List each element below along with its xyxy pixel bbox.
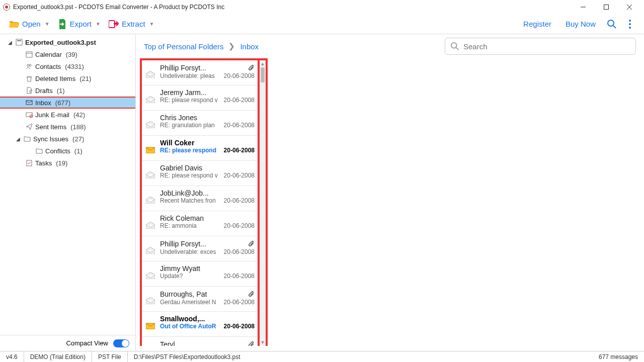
tree-item-inbox[interactable]: Inbox (677)	[0, 97, 135, 109]
collapse-icon[interactable]: ◢	[15, 136, 21, 142]
tree-root[interactable]: ◢ Exported_outlook3.pst	[0, 36, 135, 48]
search-icon	[607, 19, 617, 29]
more-menu-button[interactable]	[621, 15, 639, 33]
email-sender: JobLink@Job...	[160, 189, 255, 197]
sent-icon	[25, 123, 33, 131]
svg-point-22	[451, 43, 457, 48]
tree-item-drafts[interactable]: Drafts (1)	[0, 84, 135, 97]
status-count: 677 messages	[593, 353, 644, 360]
scroll-thumb[interactable]	[261, 67, 265, 82]
chevron-down-icon: ▼	[45, 21, 50, 27]
email-subject: RE: please respond	[160, 147, 221, 154]
tree-item-junk[interactable]: Junk E-mail (42)	[0, 109, 135, 121]
email-date: 20-06-2008	[224, 222, 255, 229]
search-box[interactable]	[445, 38, 636, 55]
export-button[interactable]: Export ▼	[54, 17, 105, 31]
scrollbar[interactable]: ▲ ▼	[260, 58, 268, 346]
open-button[interactable]: Open ▼	[5, 18, 54, 31]
junk-icon	[25, 111, 33, 119]
email-sender: Teryl	[160, 340, 246, 346]
tree-item-tasks[interactable]: Tasks (19)	[0, 157, 135, 169]
minimize-button[interactable]	[572, 0, 595, 14]
mail-read-icon	[145, 92, 156, 107]
folder-icon	[35, 147, 43, 155]
status-version: v4.6	[0, 351, 24, 362]
email-date: 20-06-2008	[224, 97, 255, 104]
svg-point-7	[629, 20, 631, 22]
mail-read-icon	[145, 267, 156, 283]
export-icon	[58, 19, 67, 29]
email-sender: Jeremy Jarm...	[160, 88, 255, 97]
search-input[interactable]	[463, 42, 630, 51]
email-date: 20-06-2008	[224, 147, 255, 154]
email-subject: Out of Office AutoR	[160, 323, 221, 330]
svg-point-8	[629, 23, 631, 25]
svg-point-15	[29, 64, 31, 66]
tree-item-deleted[interactable]: Deleted Items (21)	[0, 72, 135, 84]
email-item[interactable]: Will CokerRE: please respond20-06-2008	[142, 136, 258, 161]
email-sender: Rick Coleman	[160, 214, 255, 222]
email-date: 20-06-2008	[224, 197, 255, 204]
email-date: 20-06-2008	[224, 122, 255, 129]
chevron-right-icon: ❯	[228, 42, 235, 51]
search-toolbar-button[interactable]	[603, 15, 621, 33]
email-subject: RE: please respond v	[160, 172, 221, 179]
tree-item-sync[interactable]: ◢ Sync Issues (27)	[0, 133, 135, 145]
email-sender: Phillip Forsyt...	[160, 240, 246, 248]
scroll-up-icon[interactable]: ▲	[260, 60, 266, 67]
chevron-down-icon: ▼	[96, 21, 101, 27]
email-date: 20-06-2008	[224, 299, 255, 306]
email-item[interactable]: Jeremy Jarm...RE: please respond v20-06-…	[142, 85, 258, 111]
tree-item-contacts[interactable]: Contacts (4331)	[0, 60, 135, 72]
tree-item-sent[interactable]: Sent Items (188)	[0, 121, 135, 133]
svg-rect-10	[16, 39, 22, 45]
email-subject: RE: ammonia	[160, 222, 221, 229]
email-item[interactable]: Smallwood,...Out of Office AutoR20-06-20…	[142, 312, 258, 337]
svg-point-14	[27, 64, 29, 66]
tree-item-calendar[interactable]: Calendar (39)	[0, 48, 135, 60]
status-edition: DEMO (Trial Edition)	[24, 351, 92, 362]
email-sender: Smallwood,...	[160, 315, 255, 323]
titlebar: Exported_outlook3.pst - PCDOTS Email Con…	[0, 0, 644, 14]
email-item[interactable]: Phillip Forsyt...Undeliverable: pleas20-…	[142, 60, 258, 85]
email-date: 20-06-2008	[224, 248, 255, 255]
collapse-icon[interactable]: ◢	[7, 40, 13, 45]
email-subject: Undeliverable: pleas	[160, 72, 221, 79]
extract-button[interactable]: Extract ▼	[105, 18, 158, 31]
email-item[interactable]: Rick ColemanRE: ammonia20-06-2008	[142, 211, 258, 236]
maximize-button[interactable]	[595, 0, 618, 14]
register-link[interactable]: Register	[516, 18, 558, 30]
buy-now-link[interactable]: Buy Now	[558, 18, 603, 30]
email-item[interactable]: Teryl	[142, 337, 258, 346]
email-sender: Burroughs, Pat	[160, 290, 246, 298]
breadcrumb: Top of Personal Folders ❯ Inbox	[144, 42, 259, 51]
scroll-down-icon[interactable]: ▼	[260, 339, 266, 346]
toolbar: Open ▼ Export ▼ Extract ▼ Register Buy N…	[0, 14, 644, 34]
contacts-icon	[25, 62, 33, 70]
chevron-down-icon: ▼	[149, 21, 154, 27]
svg-point-9	[629, 27, 631, 29]
email-item[interactable]: Burroughs, PatGerdau Ameristeel N20-06-2…	[142, 287, 258, 312]
email-item[interactable]: Gabriel DavisRE: please respond v20-06-2…	[142, 161, 258, 186]
compact-view-label: Compact View	[66, 339, 108, 347]
compact-view-toggle[interactable]	[113, 339, 129, 347]
svg-line-23	[456, 48, 459, 50]
email-item[interactable]: Phillip Forsyt...Undeliverable: exces20-…	[142, 236, 258, 261]
email-subject: RE: please respond v	[160, 97, 221, 104]
email-item[interactable]: Chris JonesRE: granulation plan20-06-200…	[142, 111, 258, 136]
window-title: Exported_outlook3.pst - PCDOTS Email Con…	[13, 4, 224, 11]
email-item[interactable]: JobLink@Job...Recent Matches fron20-06-2…	[142, 186, 258, 211]
status-filetype: PST File	[92, 351, 128, 362]
email-date: 20-06-2008	[224, 273, 255, 280]
tree-item-conflicts[interactable]: Conflicts (1)	[0, 145, 135, 157]
breadcrumb-root[interactable]: Top of Personal Folders	[144, 42, 223, 51]
status-path: D:\Files\PST Files\Exportedoutlook3.pst	[128, 351, 247, 362]
attachment-icon	[248, 239, 255, 248]
breadcrumb-current: Inbox	[240, 42, 259, 51]
svg-point-5	[608, 20, 614, 26]
email-item[interactable]: Jimmy WyattUpdate?20-06-2008	[142, 261, 258, 287]
tasks-icon	[25, 159, 33, 167]
svg-rect-11	[17, 40, 21, 41]
close-button[interactable]	[618, 0, 641, 14]
email-date: 20-06-2008	[224, 172, 255, 179]
